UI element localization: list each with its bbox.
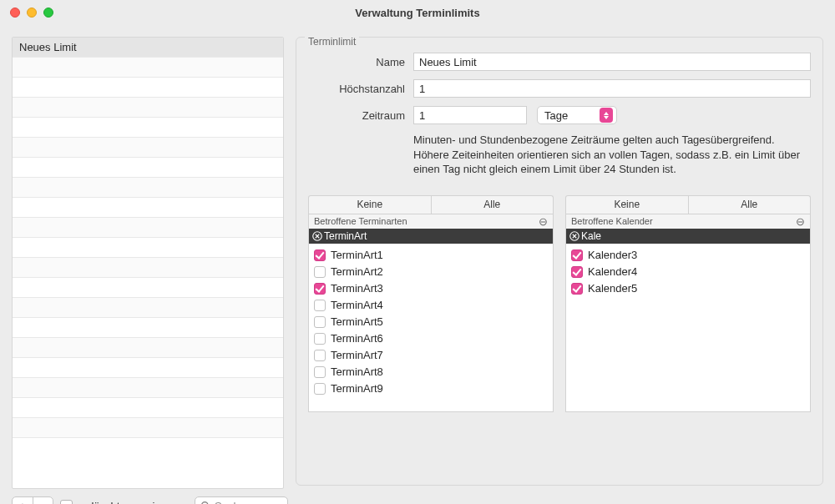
terminart-row[interactable]: TerminArt5	[314, 314, 548, 330]
terminart-checkbox[interactable]	[314, 266, 326, 278]
terminart-label: TerminArt2	[331, 265, 383, 278]
terminart-row[interactable]: TerminArt4	[314, 297, 548, 314]
terminart-row[interactable]: TerminArt9	[314, 381, 548, 397]
kalender-label: Kalender5	[588, 282, 637, 295]
list-item-blank	[13, 378, 283, 398]
list-item-blank	[13, 158, 283, 178]
terminart-label: TerminArt1	[331, 249, 383, 261]
list-item-blank	[13, 238, 283, 258]
show-deleted-checkbox[interactable]	[60, 500, 73, 505]
show-deleted-label: gelöschte anzeigen	[79, 500, 173, 505]
clear-filter-icon[interactable]	[312, 231, 322, 241]
kalender-row[interactable]: Kalender5	[571, 280, 805, 297]
period-unit-select[interactable]: Tage	[537, 106, 617, 124]
chevron-updown-icon	[600, 108, 613, 123]
kalender-label: Kalender4	[588, 265, 637, 278]
list-item-blank	[13, 358, 283, 378]
kalender-checkbox[interactable]	[571, 266, 583, 278]
list-item-blank	[13, 398, 283, 418]
kalender-checkbox[interactable]	[571, 249, 583, 261]
terminart-label: TerminArt6	[331, 332, 383, 345]
list-item-blank	[13, 438, 283, 458]
terminarten-filter[interactable]: TerminArt	[308, 229, 554, 244]
list-item-blank	[13, 258, 283, 278]
terminart-checkbox[interactable]	[314, 383, 326, 395]
window-zoom-button[interactable]	[43, 8, 53, 18]
terminart-label: TerminArt8	[331, 365, 383, 378]
terminart-label: TerminArt9	[331, 382, 383, 395]
terminart-row[interactable]: TerminArt2	[314, 264, 548, 280]
terminart-row[interactable]: TerminArt7	[314, 347, 548, 364]
window-close-button[interactable]	[10, 8, 20, 18]
terminarten-tab-all[interactable]: Alle	[431, 196, 554, 214]
terminart-checkbox[interactable]	[314, 249, 326, 261]
search-input[interactable]: Suche	[195, 496, 288, 504]
terminart-row[interactable]: TerminArt3	[314, 280, 548, 297]
list-item-blank	[13, 218, 283, 238]
kalender-checkbox[interactable]	[571, 283, 583, 295]
name-input[interactable]: Neues Limit	[413, 53, 811, 71]
terminart-checkbox[interactable]	[314, 316, 326, 328]
terminart-label: TerminArt5	[331, 315, 383, 328]
list-item-blank	[13, 418, 283, 438]
terminarten-filter-text: TerminArt	[324, 230, 367, 242]
max-input[interactable]: 1	[413, 79, 811, 98]
list-item-blank	[13, 278, 283, 298]
kalender-tab-none[interactable]: Keine	[566, 196, 688, 214]
list-item-blank	[13, 178, 283, 198]
list-item-blank	[13, 58, 283, 78]
terminart-checkbox[interactable]	[314, 283, 326, 295]
kalender-row[interactable]: Kalender4	[571, 264, 805, 280]
search-placeholder: Suche	[215, 500, 245, 505]
terminart-checkbox[interactable]	[314, 300, 326, 311]
period-value-input[interactable]: 1	[413, 106, 527, 124]
add-limit-button[interactable]: +	[13, 497, 33, 504]
terminart-checkbox[interactable]	[314, 333, 326, 345]
list-item-blank	[13, 338, 283, 358]
group-title: Terminlimit	[305, 36, 359, 48]
terminart-label: TerminArt3	[331, 282, 383, 295]
kalender-filter-text: Kale	[581, 230, 601, 242]
kalender-label: Kalender3	[588, 249, 637, 261]
list-item-blank	[13, 198, 283, 218]
clear-filter-icon[interactable]	[569, 231, 579, 241]
terminart-checkbox[interactable]	[314, 366, 326, 378]
name-label: Name	[308, 56, 405, 68]
terminart-row[interactable]: TerminArt8	[314, 364, 548, 381]
list-item-blank	[13, 78, 283, 98]
terminart-checkbox[interactable]	[314, 350, 326, 361]
list-item-blank	[13, 98, 283, 118]
limits-list[interactable]: Neues Limit	[12, 37, 284, 489]
search-icon	[200, 501, 211, 505]
terminart-row[interactable]: TerminArt6	[314, 330, 548, 347]
kalender-more-icon[interactable]: ⊖	[796, 216, 805, 227]
list-item-blank	[13, 298, 283, 318]
remove-limit-button[interactable]: −	[33, 497, 53, 504]
max-label: Höchstanzahl	[308, 83, 405, 95]
period-unit-value: Tage	[544, 109, 568, 122]
terminarten-tab-none[interactable]: Keine	[309, 196, 431, 214]
kalender-section-label: Betroffene Kalender	[571, 216, 653, 226]
kalender-list[interactable]: Kalender3Kalender4Kalender5	[565, 244, 811, 412]
period-label: Zeitraum	[308, 109, 405, 122]
terminart-label: TerminArt7	[331, 349, 383, 361]
period-help-text: Minuten- und Stundenbezogene Zeiträume g…	[413, 133, 806, 177]
kalender-row[interactable]: Kalender3	[571, 247, 805, 264]
terminarten-list[interactable]: TerminArt1TerminArt2TerminArt3TerminArt4…	[308, 244, 554, 412]
list-item[interactable]: Neues Limit	[13, 38, 283, 58]
list-item-blank	[13, 138, 283, 158]
terminart-row[interactable]: TerminArt1	[314, 247, 548, 264]
list-item-blank	[13, 318, 283, 338]
window-title: Verwaltung Terminlimits	[0, 7, 835, 19]
kalender-tab-all[interactable]: Alle	[688, 196, 811, 214]
terminarten-section-label: Betroffene Terminarten	[314, 216, 407, 226]
window-minimize-button[interactable]	[27, 8, 37, 18]
list-item-blank	[13, 118, 283, 138]
terminarten-more-icon[interactable]: ⊖	[539, 216, 548, 227]
kalender-filter[interactable]: Kale	[565, 229, 811, 244]
terminart-label: TerminArt4	[331, 299, 383, 311]
